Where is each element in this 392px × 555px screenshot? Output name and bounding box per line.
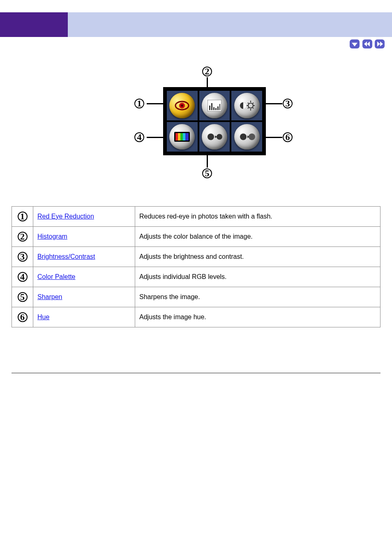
button-grid <box>163 87 266 155</box>
redeye-button[interactable] <box>169 93 195 118</box>
connector-line <box>147 137 163 138</box>
feature-desc: Adjusts the brightness and contrast. <box>135 247 380 267</box>
svg-point-34 <box>208 134 214 140</box>
svg-point-37 <box>240 134 247 140</box>
svg-point-39 <box>249 134 255 140</box>
hue-button[interactable] <box>234 124 260 150</box>
header <box>0 12 392 37</box>
feature-desc: Adjusts individual RGB levels. <box>135 267 380 287</box>
svg-point-10 <box>181 104 183 107</box>
callout-3: 3 <box>283 99 293 108</box>
svg-point-19 <box>248 103 253 108</box>
svg-rect-32 <box>183 133 185 140</box>
feature-desc: Reduces red-eye in photos taken with a f… <box>135 207 380 227</box>
svg-line-24 <box>248 103 249 104</box>
connector-line <box>207 155 208 168</box>
callout-6: 6 <box>283 132 293 142</box>
row-num: 3 <box>18 252 28 262</box>
histogram-icon <box>208 100 221 111</box>
feature-link[interactable]: Sharpen <box>37 293 62 300</box>
redeye-icon <box>174 97 190 114</box>
table-row: 6 Hue Adjusts the image hue. <box>12 307 380 327</box>
connector-line <box>147 103 163 104</box>
feature-link[interactable]: Hue <box>37 313 49 320</box>
row-num: 4 <box>18 272 28 282</box>
color-palette-button[interactable] <box>169 124 195 150</box>
row-num: 2 <box>18 232 28 242</box>
svg-line-27 <box>253 103 254 104</box>
nav-icons <box>0 37 392 50</box>
grid-cell-3 <box>231 91 262 120</box>
table-row: 1 Red Eye Reduction Reduces red-eye in p… <box>12 207 380 227</box>
feature-link[interactable]: Color Palette <box>37 273 76 280</box>
connector-line <box>266 103 282 104</box>
svg-rect-33 <box>185 133 189 140</box>
scroll-down-icon[interactable] <box>350 39 360 48</box>
table-row: 3 Brightness/Contrast Adjusts the bright… <box>12 247 380 267</box>
feature-table: 1 Red Eye Reduction Reduces red-eye in p… <box>12 206 380 327</box>
feature-link[interactable]: Brightness/Contrast <box>37 253 95 260</box>
feature-link[interactable]: Red Eye Reduction <box>37 213 94 220</box>
grid-cell-2 <box>199 91 230 120</box>
hue-icon <box>239 131 255 143</box>
feature-desc: Sharpens the image. <box>135 287 380 307</box>
connector-line <box>207 77 208 87</box>
callout-2: 2 <box>202 67 212 76</box>
feature-link[interactable]: Histogram <box>37 233 67 240</box>
callout-5: 5 <box>202 168 212 178</box>
callout-1: 1 <box>134 99 144 108</box>
row-num: 6 <box>18 312 28 322</box>
diagram: 2 1 3 4 6 5 <box>120 62 272 182</box>
svg-rect-15 <box>215 108 217 110</box>
svg-rect-13 <box>211 103 212 110</box>
row-num: 5 <box>18 292 28 302</box>
header-left-band <box>0 12 68 37</box>
histogram-button[interactable] <box>202 93 227 118</box>
brightness-contrast-icon <box>239 99 255 112</box>
next-page-icon[interactable] <box>375 39 385 48</box>
svg-rect-14 <box>213 107 214 110</box>
svg-line-26 <box>248 108 249 108</box>
table-row: 2 Histogram Adjusts the color balance of… <box>12 227 380 247</box>
callout-4: 4 <box>134 132 144 142</box>
grid-cell-6 <box>231 122 262 152</box>
table-row: 5 Sharpen Sharpens the image. <box>12 287 380 307</box>
grid-cell-4 <box>167 122 198 152</box>
sharpen-icon <box>206 131 223 143</box>
feature-desc: Adjusts the color balance of the image. <box>135 227 380 247</box>
svg-rect-29 <box>175 133 178 140</box>
connector-line <box>266 137 282 138</box>
svg-rect-31 <box>180 133 183 140</box>
svg-rect-30 <box>178 133 180 140</box>
sharpen-button[interactable] <box>202 124 227 150</box>
brightness-contrast-button[interactable] <box>234 93 260 118</box>
svg-point-36 <box>217 134 222 140</box>
feature-desc: Adjusts the image hue. <box>135 307 380 327</box>
prev-page-icon[interactable] <box>362 39 372 48</box>
grid-cell-5 <box>199 122 230 152</box>
table-row: 4 Color Palette Adjusts individual RGB l… <box>12 267 380 287</box>
svg-line-25 <box>253 108 254 108</box>
header-right-band <box>68 12 392 37</box>
color-spectrum-icon <box>174 132 190 142</box>
svg-rect-16 <box>217 106 219 110</box>
row-num: 1 <box>18 212 28 221</box>
svg-rect-17 <box>219 104 220 110</box>
grid-cell-1 <box>167 91 198 120</box>
bottom-rule <box>12 373 380 373</box>
svg-rect-12 <box>209 106 210 110</box>
